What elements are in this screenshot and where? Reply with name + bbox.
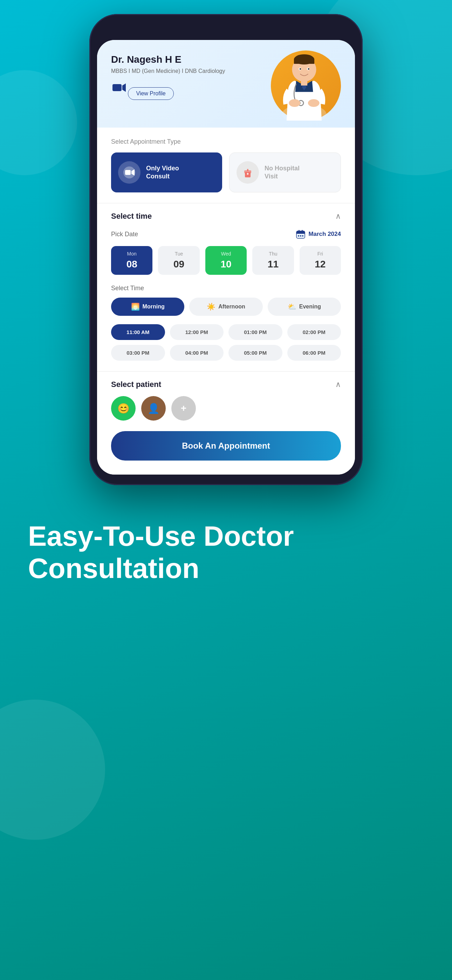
svg-point-30 (302, 235, 304, 237)
phone-notch (198, 24, 254, 36)
svg-rect-0 (113, 84, 122, 91)
svg-rect-11 (301, 80, 307, 86)
video-consult-label: Only VideoConsult (146, 164, 179, 181)
select-patient-header: Select patient ∧ (111, 380, 341, 389)
month-badge: March 2024 (296, 229, 341, 239)
doctor-credentials: MBBS I MD (Gen Medicine) I DNB Cardiolog… (111, 68, 264, 74)
svg-rect-27 (302, 230, 303, 232)
svg-rect-22 (247, 173, 248, 175)
time-slot-12-00-PM[interactable]: 12:00 PM (170, 324, 224, 340)
svg-rect-25 (296, 233, 305, 234)
bottom-text-section: Easy-To-Use DoctorConsultation (0, 485, 452, 612)
video-camera-icon (111, 80, 126, 95)
svg-point-29 (300, 235, 301, 237)
calendar-icon (296, 229, 306, 239)
pick-date-label: Pick Date (111, 231, 138, 238)
doctor-header: Dr. Nagesh H E MBBS I MD (Gen Medicine) … (97, 40, 355, 127)
svg-point-14 (308, 99, 320, 107)
hospital-visit-label: No HospitalVisit (264, 164, 299, 181)
time-slot-04-00-PM[interactable]: 04:00 PM (170, 345, 224, 361)
bottom-heading: Easy-To-Use DoctorConsultation (28, 520, 424, 585)
time-slot-05-00-PM[interactable]: 05:00 PM (228, 345, 282, 361)
patient-avatar-3[interactable]: + (171, 396, 196, 421)
doctor-figure-svg (272, 51, 336, 121)
svg-point-13 (289, 99, 300, 107)
doctor-info: Dr. Nagesh H E MBBS I MD (Gen Medicine) … (111, 51, 264, 101)
patient-avatar-2[interactable]: 👤 (141, 396, 166, 421)
svg-rect-20 (247, 169, 248, 171)
svg-point-10 (308, 68, 309, 70)
phone-frame: Dr. Nagesh H E MBBS I MD (Gen Medicine) … (89, 14, 363, 485)
video-icon (123, 166, 135, 179)
appointment-types-container: Only VideoConsult No Hos (111, 153, 341, 192)
bg-decoration-3 (0, 70, 77, 175)
book-appointment-button[interactable]: Book An Appointment (111, 431, 341, 461)
svg-marker-1 (122, 83, 126, 92)
video-icon-badge (111, 80, 126, 95)
date-pill-11[interactable]: Thu11 (252, 246, 294, 275)
date-pill-12[interactable]: Fri12 (299, 246, 341, 275)
svg-rect-26 (299, 230, 299, 232)
view-profile-button[interactable]: View Profile (128, 87, 173, 100)
phone-mockup: Dr. Nagesh H E MBBS I MD (Gen Medicine) … (89, 14, 363, 485)
date-pill-09[interactable]: Tue09 (158, 246, 199, 275)
chevron-up-icon[interactable]: ∧ (335, 212, 341, 221)
time-slot-06-00-PM[interactable]: 06:00 PM (287, 345, 341, 361)
patient-avatar-1[interactable]: 😊 (111, 396, 135, 421)
select-time-header: Select time ∧ (111, 212, 341, 221)
svg-rect-16 (125, 170, 131, 175)
video-consult-card[interactable]: Only VideoConsult (111, 153, 222, 192)
time-slots-grid: 11:00 AM12:00 PM01:00 PM02:00 PM03:00 PM… (111, 324, 341, 361)
date-pill-08[interactable]: Mon08 (111, 246, 153, 275)
divider-1 (97, 203, 355, 203)
appointment-type-section-title: Select Appointment Type (111, 138, 341, 145)
time-slot-02-00-PM[interactable]: 02:00 PM (287, 324, 341, 340)
month-label: March 2024 (308, 231, 341, 238)
hospital-svg-icon (242, 166, 254, 179)
svg-point-9 (299, 68, 301, 70)
select-time-sublabel: Select Time (111, 285, 341, 292)
select-patient-title: Select patient (111, 380, 161, 389)
date-pills-container: Mon08Tue09Wed10Thu11Fri12 (111, 246, 341, 275)
time-slot-11-00-AM[interactable]: 11:00 AM (111, 324, 165, 340)
patient-chevron-up-icon[interactable]: ∧ (335, 380, 341, 389)
content-area: Select Appointment Type Only VideoConsul… (97, 127, 355, 474)
patient-avatars-row: 😊 👤 + (111, 396, 341, 421)
bg-decoration-2 (0, 700, 105, 840)
svg-point-28 (298, 235, 299, 237)
hospital-visit-card[interactable]: No HospitalVisit (229, 153, 341, 192)
time-slot-03-00-PM[interactable]: 03:00 PM (111, 345, 165, 361)
divider-2 (97, 371, 355, 372)
pick-date-row: Pick Date March 2024 (111, 229, 341, 239)
time-of-day-tabs: 🌅Morning☀️Afternoon⛅Evening (111, 298, 341, 316)
date-pill-10[interactable]: Wed10 (205, 246, 247, 275)
time-slot-01-00-PM[interactable]: 01:00 PM (228, 324, 282, 340)
tod-tab-afternoon[interactable]: ☀️Afternoon (189, 298, 263, 316)
video-consult-icon (118, 161, 140, 184)
phone-screen: Dr. Nagesh H E MBBS I MD (Gen Medicine) … (97, 40, 355, 474)
doctor-image (267, 47, 341, 121)
svg-rect-6 (294, 59, 314, 64)
tod-tab-evening[interactable]: ⛅Evening (268, 298, 341, 316)
doctor-image-container (264, 51, 341, 121)
hospital-icon (237, 161, 259, 184)
doctor-name: Dr. Nagesh H E (111, 54, 264, 65)
tod-tab-morning[interactable]: 🌅Morning (111, 298, 184, 316)
select-time-title: Select time (111, 212, 152, 221)
